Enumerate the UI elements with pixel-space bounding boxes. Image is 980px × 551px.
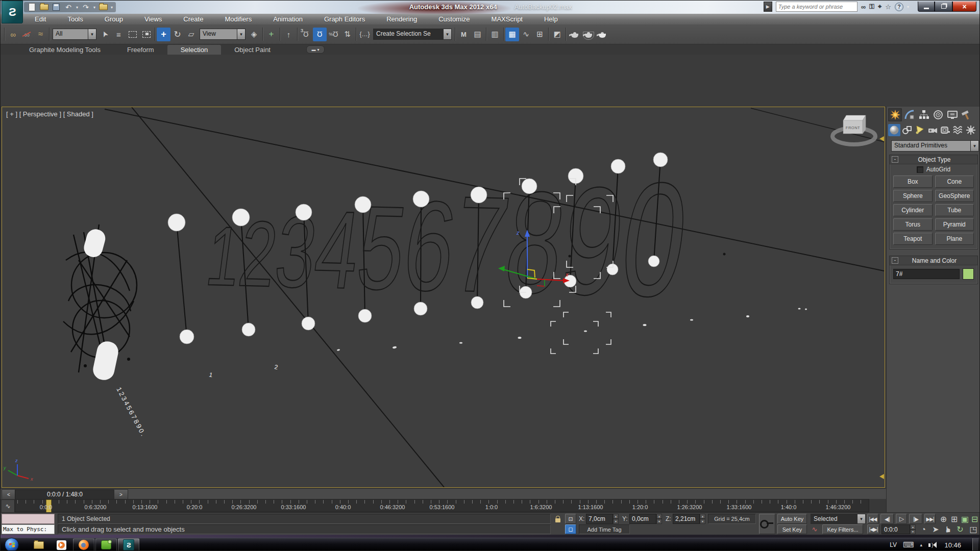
- toolbar-options-dropdown[interactable]: ▾: [111, 5, 113, 10]
- z-coordinate-field[interactable]: 2,21cm: [673, 514, 700, 524]
- tab-display[interactable]: [945, 108, 959, 121]
- category-systems[interactable]: [965, 124, 977, 136]
- viewport-edge-arrow[interactable]: [879, 474, 884, 479]
- render-setup-icon[interactable]: [568, 28, 581, 41]
- redo-dropdown[interactable]: ▾: [93, 5, 95, 10]
- time-configuration-icon[interactable]: ◔: [918, 524, 928, 534]
- tab-freeform[interactable]: Freeform: [114, 45, 167, 55]
- absolute-offset-toggle[interactable]: ⊡: [565, 514, 576, 524]
- select-and-manipulate-icon[interactable]: +: [264, 28, 278, 41]
- spinner-snap-toggle-icon[interactable]: ⇅: [340, 28, 354, 41]
- zoom-extents-all-icon[interactable]: ⊞: [949, 514, 959, 524]
- select-and-rotate-icon[interactable]: ↻: [170, 28, 184, 41]
- category-space-warps[interactable]: [952, 124, 964, 136]
- y-spinner[interactable]: ▲▼: [656, 514, 662, 524]
- category-lights[interactable]: [914, 124, 926, 136]
- time-slider-track[interactable]: < 0:0:0 / 1:48:0 >: [1, 488, 886, 499]
- zoom-all-icon[interactable]: ⊟: [970, 514, 979, 524]
- graphite-ribbon-toggle-icon[interactable]: ▦: [505, 28, 519, 41]
- taskbar-3dsmax-button[interactable]: S: [118, 538, 139, 551]
- angle-snap-toggle-icon[interactable]: Ω: [313, 28, 327, 41]
- hidden-icons-arrow[interactable]: ▴: [920, 542, 923, 547]
- button-box[interactable]: Box: [893, 176, 933, 188]
- percent-snap-toggle-icon[interactable]: %Ω: [327, 28, 340, 41]
- favorites-star-icon[interactable]: ☆: [885, 3, 891, 11]
- key-filters-button[interactable]: Key Filters...: [822, 524, 863, 534]
- undo-dropdown[interactable]: ▾: [76, 5, 78, 10]
- show-desktop-button[interactable]: [972, 538, 978, 551]
- pan-hand-icon[interactable]: ☛: [943, 524, 953, 534]
- taskbar-clock[interactable]: 10:46: [944, 541, 961, 549]
- project-folder-button[interactable]: [99, 3, 108, 11]
- previous-frame-button[interactable]: <: [2, 489, 16, 499]
- start-button[interactable]: [5, 538, 19, 551]
- taskbar-firefox-button[interactable]: [73, 538, 94, 551]
- communication-center-icon[interactable]: ⌖: [878, 3, 881, 11]
- new-scene-button[interactable]: [27, 3, 36, 11]
- select-object-icon[interactable]: ➤: [98, 28, 112, 41]
- button-tube[interactable]: Tube: [935, 204, 974, 216]
- restore-button[interactable]: [935, 2, 952, 12]
- object-type-header[interactable]: - Object Type: [890, 155, 977, 164]
- play-animation-button[interactable]: ▷: [896, 514, 907, 524]
- maximize-viewport-toggle-icon[interactable]: ◳: [967, 524, 979, 534]
- zoom-extents-selected-icon[interactable]: ▣: [960, 514, 970, 524]
- menu-help[interactable]: Help: [533, 15, 569, 23]
- schematic-view-icon[interactable]: ⊞: [533, 28, 547, 41]
- frame-spinner[interactable]: ▲▼: [910, 524, 916, 534]
- pan-to-selected-icon[interactable]: ➤: [930, 524, 941, 534]
- auto-key-button[interactable]: Auto Key: [777, 514, 807, 524]
- open-file-button[interactable]: [39, 3, 48, 11]
- object-name-field[interactable]: 7#: [893, 269, 960, 279]
- keyboard-layout-icon[interactable]: ⌨: [903, 540, 914, 549]
- y-coordinate-field[interactable]: 0,0cm: [629, 514, 656, 524]
- save-file-button[interactable]: [52, 3, 61, 11]
- go-to-start-button[interactable]: |◀◀: [867, 514, 878, 524]
- menu-maxscript[interactable]: MAXScript: [481, 15, 533, 23]
- infocenter-expand-button[interactable]: ▶: [764, 2, 772, 12]
- next-frame-button[interactable]: ||▶: [909, 514, 922, 524]
- current-frame-field[interactable]: 0:0:0: [881, 524, 910, 534]
- isolate-selection-toggle[interactable]: ◻: [565, 524, 576, 534]
- window-crossing-icon[interactable]: [139, 28, 153, 41]
- add-time-tag[interactable]: Add Time Tag: [579, 524, 630, 534]
- primitive-category-dropdown[interactable]: Standard Primitives▼: [891, 140, 979, 152]
- tab-create[interactable]: [888, 108, 902, 121]
- collapse-icon[interactable]: -: [892, 156, 898, 163]
- menu-edit[interactable]: Edit: [24, 15, 57, 23]
- menu-tools[interactable]: Tools: [57, 15, 93, 23]
- tab-graphite-modeling-tools[interactable]: Graphite Modeling Tools: [16, 45, 114, 55]
- set-key-button[interactable]: Set Key: [777, 524, 807, 534]
- menu-animation[interactable]: Animation: [262, 15, 313, 23]
- default-in-out-tangents-icon[interactable]: ∿: [809, 524, 820, 534]
- tab-motion[interactable]: [931, 108, 945, 121]
- maxscript-listener-white[interactable]: Max to Physc:: [2, 524, 55, 534]
- redo-button[interactable]: ↷: [81, 3, 90, 11]
- minimize-button[interactable]: [918, 2, 935, 12]
- language-indicator[interactable]: LV: [890, 541, 897, 548]
- curve-editor-icon[interactable]: ∿: [519, 28, 533, 41]
- rectangular-selection-region-icon[interactable]: [126, 28, 139, 41]
- open-mini-curve-editor-button[interactable]: ∿: [1, 499, 15, 513]
- selection-filter-dropdown[interactable]: All▼: [53, 29, 96, 40]
- search-icon[interactable]: ∞: [861, 3, 866, 11]
- select-and-scale-icon[interactable]: ▱: [184, 28, 198, 41]
- menu-customize[interactable]: Customize: [428, 15, 480, 23]
- mirror-icon[interactable]: M: [457, 28, 471, 41]
- category-geometry[interactable]: [888, 124, 900, 136]
- button-sphere[interactable]: Sphere: [893, 190, 933, 202]
- select-by-name-icon[interactable]: ≡: [112, 28, 126, 41]
- edit-named-selection-sets-icon[interactable]: {…}: [358, 28, 372, 41]
- reference-coordinate-system-dropdown[interactable]: View▼: [200, 29, 246, 40]
- viewcube-front-label[interactable]: FRONT: [846, 126, 860, 130]
- set-keys-button[interactable]: [759, 514, 775, 534]
- track-bar-ruler[interactable]: 0:0:0 0:6:3200 0:13:1600 0:20:0 0:26:320…: [15, 499, 869, 512]
- menu-graph-editors[interactable]: Graph Editors: [313, 15, 376, 23]
- category-shapes[interactable]: [901, 124, 913, 136]
- help-dropdown[interactable]: ▾: [907, 5, 909, 9]
- bind-to-space-warp-icon[interactable]: ≈: [34, 28, 47, 41]
- tab-selection[interactable]: Selection: [167, 45, 221, 55]
- tab-utilities[interactable]: [960, 108, 973, 121]
- x-coordinate-field[interactable]: 7,0cm: [586, 514, 613, 524]
- undo-button[interactable]: ↶: [64, 3, 73, 11]
